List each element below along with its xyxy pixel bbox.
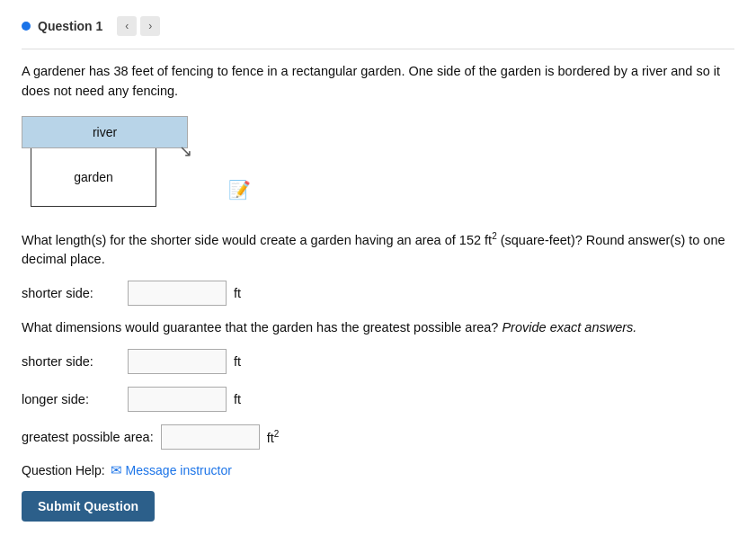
problem-text: A gardener has 38 feet of fencing to fen… [22,62,734,102]
unit-ft2: ft2 [267,429,280,445]
longer-side-row: longer side: ft [22,387,734,412]
diagram: river ↘ garden [22,116,219,215]
page-container: Question 1 ‹ › A gardener has 38 feet of… [0,0,756,553]
shorter-side-label-q1: shorter side: [22,286,120,300]
question-title: Question 1 [38,19,102,33]
unit-ft-q3: ft [234,392,241,406]
river-label: river [93,125,117,139]
edit-icon[interactable]: 📝 [228,179,251,201]
submit-button[interactable]: Submit Question [22,491,155,522]
shorter-side-input-q1[interactable] [128,281,227,306]
unit-ft-q2: ft [234,354,241,369]
q2-text-main: What dimensions would guarantee that the… [22,320,498,334]
divider [22,49,734,49]
q2-text-italic: Provide exact answers. [498,320,636,334]
q1-text-part1: What length(s) for the shorter side woul… [22,232,492,246]
river-box: river [22,116,188,148]
greatest-area-row: greatest possible area: ft2 [22,424,734,450]
arrow-indicator: ↘ [179,141,192,161]
greatest-area-input[interactable] [161,424,260,450]
unit-ft2-text: ft [267,430,274,444]
question-help-row: Question Help: ✉ Message instructor [22,462,734,478]
garden-box: garden [31,148,156,207]
message-instructor-link[interactable]: ✉ Message instructor [111,462,232,478]
unit-ft2-superscript: 2 [274,429,280,439]
nav-arrows: ‹ › [117,16,160,36]
longer-side-label: longer side: [22,392,120,406]
unit-ft-q1: ft [234,286,241,300]
shorter-side-input-q2[interactable] [128,349,227,374]
message-instructor-text: Message instructor [126,463,232,477]
greatest-area-label: greatest possible area: [22,430,154,444]
shorter-side-row-q1: shorter side: ft [22,281,734,306]
question-dot [22,22,31,31]
garden-label: garden [74,170,113,184]
nav-prev-button[interactable]: ‹ [117,16,137,36]
question1-text: What length(s) for the shorter side woul… [22,229,734,270]
question-help-label: Question Help: [22,463,105,477]
question2-text: What dimensions would guarantee that the… [22,318,734,338]
question-header: Question 1 ‹ › [22,16,734,36]
nav-next-button[interactable]: › [140,16,160,36]
shorter-side-label-q2: shorter side: [22,354,120,369]
diagram-container: river ↘ garden 📝 [22,116,734,215]
shorter-side-row-q2: shorter side: ft [22,349,734,374]
message-icon: ✉ [111,462,122,478]
longer-side-input[interactable] [128,387,227,412]
